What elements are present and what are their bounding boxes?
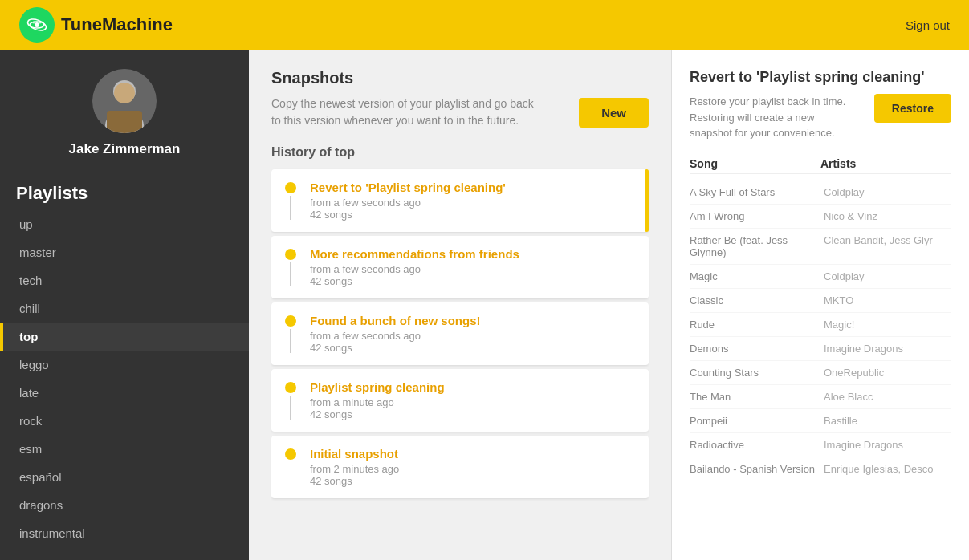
artist-name: Aloe Blacc: [817, 391, 951, 403]
avatar: [92, 69, 157, 133]
song-list-header: Song Artists: [690, 157, 951, 174]
logo-icon: [19, 7, 55, 43]
revert-description: Restore your playlist back in time. Rest…: [690, 94, 850, 141]
history-dot-col: [279, 181, 302, 220]
song-column-header: Song: [690, 157, 820, 170]
history-item-meta-new-songs: from a few seconds ago: [310, 330, 641, 342]
logo-light: Tune: [61, 14, 102, 34]
history-selected-bar: [645, 169, 649, 232]
history-item-title-revert-spring: Revert to 'Playlist spring cleaning': [310, 181, 641, 194]
history-item-title-spring-cleaning: Playlist spring cleaning: [310, 380, 641, 394]
history-item-title-initial: Initial snapshot: [310, 447, 641, 461]
username-label: Jake Zimmerman: [69, 141, 181, 157]
playlists-heading: Playlists: [0, 170, 249, 210]
history-dot-spring-cleaning: [285, 382, 296, 393]
history-content-more-recs: More recommendations from friendsfrom a …: [302, 247, 641, 287]
table-row: The ManAloe Blacc: [690, 385, 951, 409]
artist-name: MKTO: [817, 294, 951, 306]
sidebar-items-list: upmastertechchilltopleggolaterockesmespa…: [0, 210, 249, 547]
history-dot-col: [279, 447, 302, 460]
sidebar-item-top[interactable]: top: [0, 323, 249, 351]
history-item-songs-initial: 42 songs: [310, 475, 641, 487]
artist-name: Nico & Vinz: [817, 210, 951, 222]
avatar-section: Jake Zimmerman: [0, 50, 249, 170]
new-snapshot-button[interactable]: New: [579, 98, 649, 128]
table-row: Counting StarsOneRepublic: [690, 361, 951, 385]
history-item-songs-more-recs: 42 songs: [310, 275, 641, 287]
history-dot-more-recs: [285, 249, 296, 260]
signout-button[interactable]: Sign out: [906, 18, 950, 32]
sidebar-item-tech[interactable]: tech: [0, 266, 249, 294]
history-item-meta-spring-cleaning: from a minute ago: [310, 396, 641, 408]
history-item-meta-revert-spring: from a few seconds ago: [310, 197, 641, 209]
history-content-revert-spring: Revert to 'Playlist spring cleaning'from…: [302, 181, 641, 221]
history-item-songs-new-songs: 42 songs: [310, 342, 641, 354]
logo-bold: Machine: [102, 14, 173, 34]
table-row: DemonsImagine Dragons: [690, 337, 951, 361]
sidebar-item-espanol[interactable]: español: [0, 463, 249, 491]
svg-point-5: [39, 22, 42, 24]
sidebar-item-dragons[interactable]: dragons: [0, 491, 249, 519]
history-item-revert-spring[interactable]: Revert to 'Playlist spring cleaning'from…: [271, 169, 649, 233]
svg-rect-10: [107, 111, 142, 133]
song-name: Am I Wrong: [690, 210, 817, 222]
table-row: RadioactiveImagine Dragons: [690, 433, 951, 457]
sidebar-item-master[interactable]: master: [0, 238, 249, 266]
history-item-title-more-recs: More recommendations from friends: [310, 247, 641, 261]
logo-area: TuneMachine: [19, 7, 173, 43]
history-title: History of top: [271, 145, 649, 160]
artist-name: Imagine Dragons: [817, 439, 951, 451]
table-row: Bailando - Spanish VersionEnrique Iglesi…: [690, 457, 951, 481]
artist-name: Coldplay: [817, 186, 951, 198]
restore-button[interactable]: Restore: [874, 94, 951, 123]
sidebar-item-leggo[interactable]: leggo: [0, 351, 249, 379]
sidebar-item-esm[interactable]: esm: [0, 435, 249, 463]
snapshots-desc-row: Copy the newest version of your playlist…: [271, 95, 649, 129]
history-item-initial[interactable]: Initial snapshotfrom 2 minutes ago42 son…: [271, 436, 649, 499]
artist-name: Bastille: [817, 415, 951, 427]
history-item-songs-revert-spring: 42 songs: [310, 209, 641, 221]
artist-name: Clean Bandit, Jess Glyr: [817, 234, 951, 258]
sidebar-item-instrumental[interactable]: instrumental: [0, 519, 249, 547]
history-item-meta-initial: from 2 minutes ago: [310, 463, 641, 475]
song-name: The Man: [690, 391, 817, 403]
song-name: Rude: [690, 319, 817, 331]
sidebar-item-up[interactable]: up: [0, 210, 249, 238]
right-panel: Revert to 'Playlist spring cleaning' Res…: [672, 50, 969, 560]
song-name: Demons: [690, 343, 817, 355]
svg-point-9: [114, 83, 135, 103]
history-item-more-recs[interactable]: More recommendations from friendsfrom a …: [271, 236, 649, 299]
history-content-new-songs: Found a bunch of new songs!from a few se…: [302, 314, 641, 354]
table-row: Am I WrongNico & Vinz: [690, 205, 951, 229]
table-row: Rather Be (feat. Jess Glynne)Clean Bandi…: [690, 229, 951, 265]
song-name: Counting Stars: [690, 367, 817, 379]
sidebar-item-rock[interactable]: rock: [0, 407, 249, 435]
history-dot-new-songs: [285, 315, 296, 327]
history-item-title-new-songs: Found a bunch of new songs!: [310, 314, 641, 327]
sidebar-item-chill[interactable]: chill: [0, 294, 249, 323]
history-line: [290, 196, 291, 220]
main-layout: Jake Zimmerman Playlists upmastertechchi…: [0, 50, 969, 560]
history-dot-col: [279, 247, 302, 286]
sidebar: Jake Zimmerman Playlists upmastertechchi…: [0, 50, 249, 560]
song-name: A Sky Full of Stars: [690, 186, 817, 198]
song-name: Radioactive: [690, 439, 817, 451]
song-name: Pompeii: [690, 415, 817, 427]
history-item-meta-more-recs: from a few seconds ago: [310, 263, 641, 275]
history-line: [290, 396, 291, 420]
artist-name: Magic!: [817, 319, 951, 331]
table-row: PompeiiBastille: [690, 409, 951, 433]
history-line: [290, 329, 291, 353]
history-dot-col: [279, 314, 302, 353]
snapshots-title: Snapshots: [271, 69, 649, 87]
history-dot-col: [279, 380, 302, 420]
song-name: Magic: [690, 270, 817, 282]
sidebar-item-late[interactable]: late: [0, 379, 249, 407]
table-row: A Sky Full of StarsColdplay: [690, 181, 951, 205]
song-name: Classic: [690, 294, 817, 306]
history-item-spring-cleaning[interactable]: Playlist spring cleaningfrom a minute ag…: [271, 369, 649, 432]
song-rows: A Sky Full of StarsColdplayAm I WrongNic…: [690, 181, 951, 481]
history-item-new-songs[interactable]: Found a bunch of new songs!from a few se…: [271, 302, 649, 366]
song-name: Bailando - Spanish Version: [690, 463, 817, 475]
svg-point-4: [33, 22, 35, 24]
